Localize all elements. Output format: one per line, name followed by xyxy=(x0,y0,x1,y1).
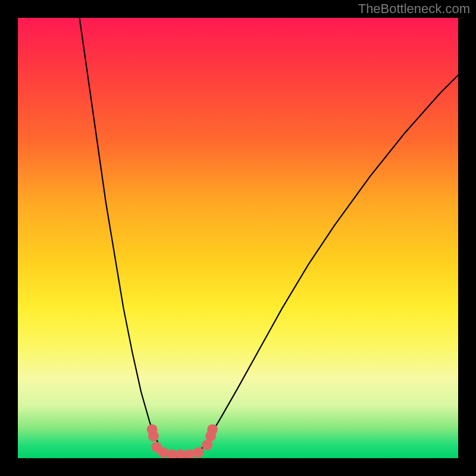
chart-svg xyxy=(18,18,458,458)
line-layer xyxy=(80,18,458,458)
marker-dot xyxy=(207,424,218,435)
plot-area xyxy=(18,18,458,458)
marker-dot xyxy=(148,431,159,441)
marker-dot xyxy=(193,447,203,458)
chart-outer: TheBottleneck.com xyxy=(0,0,476,476)
series-curve-right xyxy=(198,75,458,453)
series-curve-left xyxy=(80,18,164,454)
watermark-text: TheBottleneck.com xyxy=(358,1,470,17)
